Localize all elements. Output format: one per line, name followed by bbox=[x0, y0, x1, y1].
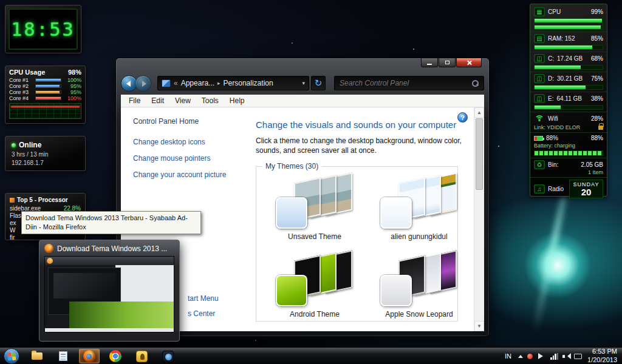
sys-drive-c: ◫ C: 17.24 GB 68% bbox=[530, 52, 607, 72]
language-indicator[interactable]: IN bbox=[502, 351, 514, 361]
volume-icon[interactable] bbox=[562, 353, 570, 360]
clock-gadget[interactable]: 18:53 bbox=[5, 5, 81, 53]
document-icon bbox=[59, 351, 67, 361]
drive-size: 64.11 GB bbox=[556, 95, 582, 102]
process-name: W bbox=[10, 227, 15, 234]
main-pane: ? Change the visuals and sounds on your … bbox=[242, 107, 474, 331]
sys-cpu-value: 99% bbox=[591, 8, 603, 15]
firefox-taskbar-button[interactable] bbox=[79, 349, 100, 363]
drive-icon: ◫ bbox=[534, 74, 545, 83]
drive-bar bbox=[534, 85, 603, 90]
theme-android[interactable]: Android Theme bbox=[265, 254, 364, 318]
start-button[interactable] bbox=[4, 348, 19, 364]
address-bar[interactable]: « Appeara... ▸ Personalization ▾ bbox=[157, 76, 309, 90]
firefox-taskbar-preview[interactable]: Download Tema Windows 2013 ... bbox=[39, 240, 180, 342]
sidebar-change-mouse-pointers[interactable]: Change mouse pointers bbox=[133, 154, 242, 163]
drive-pct: 68% bbox=[591, 55, 603, 62]
search-box[interactable] bbox=[334, 76, 484, 90]
document-app-taskbar-button[interactable] bbox=[53, 349, 73, 363]
process-name: ex bbox=[10, 220, 16, 227]
sys-bin-section: ♻ Bin: 2.05 GB 1 Item bbox=[530, 158, 607, 178]
theme-apple-snow-leopard[interactable]: Apple Snow Leopard bbox=[369, 254, 469, 318]
theme-alien-gunungkidul[interactable]: alien gunungkidul bbox=[369, 177, 469, 241]
restore-button[interactable] bbox=[439, 58, 456, 67]
menu-file[interactable]: File bbox=[123, 95, 146, 106]
search-input[interactable] bbox=[340, 79, 468, 87]
blue-app-taskbar-button[interactable] bbox=[157, 349, 178, 363]
core-row: Core #4 100% bbox=[9, 95, 81, 101]
scroll-down-arrow[interactable]: ▼ bbox=[474, 321, 484, 331]
menu-edit[interactable]: Edit bbox=[146, 95, 169, 106]
cpu-usage-gadget[interactable]: CPU Usage 98% Core #1 100% Core #2 95% C… bbox=[5, 66, 86, 124]
tray-time: 6:53 PM bbox=[587, 348, 617, 356]
drive-pct: 75% bbox=[591, 75, 603, 82]
online-uptime: 3 hrs / 13 min bbox=[12, 151, 79, 158]
scroll-up-arrow[interactable]: ▲ bbox=[474, 107, 484, 118]
search-icon[interactable] bbox=[472, 80, 479, 87]
scrollbar-thumb[interactable] bbox=[476, 118, 483, 190]
preview-title: Download Tema Windows 2013 ... bbox=[57, 244, 167, 253]
yellow-app-taskbar-button[interactable] bbox=[131, 349, 152, 363]
breadcrumb-separator-icon: ▸ bbox=[217, 80, 220, 86]
drive-icon: ◫ bbox=[534, 54, 545, 63]
digital-clock: 18:53 bbox=[9, 8, 78, 50]
core-bar bbox=[35, 96, 61, 100]
core-row: Core #2 95% bbox=[9, 83, 81, 89]
drive-size: 30.21 GB bbox=[557, 75, 583, 82]
minimize-button[interactable] bbox=[421, 58, 438, 67]
my-themes-section: My Themes (30) Unsaved Theme bbox=[256, 166, 458, 322]
core-value: 100% bbox=[63, 77, 81, 83]
clock-date[interactable]: 6:53 PM 1/20/2013 bbox=[587, 348, 617, 364]
address-dropdown-icon[interactable]: ▾ bbox=[302, 80, 305, 86]
theme-unsaved[interactable]: Unsaved Theme bbox=[265, 177, 364, 241]
breadcrumb-appearance[interactable]: Appeara... bbox=[181, 79, 214, 87]
sidebar-taskbar-start-menu-partial[interactable]: tart Menu bbox=[188, 294, 219, 303]
navigation-bar: « Appeara... ▸ Personalization ▾ ↻ bbox=[121, 73, 484, 93]
sidebar-change-desktop-icons[interactable]: Change desktop icons bbox=[133, 138, 242, 146]
menu-help[interactable]: Help bbox=[224, 95, 250, 106]
core-row: Core #1 100% bbox=[9, 77, 81, 83]
cpu-gadget-title: CPU Usage bbox=[9, 69, 45, 76]
show-hidden-icons-arrow[interactable] bbox=[518, 352, 523, 358]
minimize-icon bbox=[427, 64, 432, 65]
breadcrumb-personalization[interactable]: Personalization bbox=[224, 79, 273, 87]
help-icon[interactable]: ? bbox=[457, 112, 468, 123]
sidebar-change-account-picture[interactable]: Change your account picture bbox=[133, 170, 242, 179]
system-monitor-gadget[interactable]: ▦ CPU 99% ▤ RAM: 152 85% ◫ C: 17.24 GB 6… bbox=[530, 4, 607, 197]
close-button[interactable] bbox=[456, 58, 482, 67]
menu-tools[interactable]: Tools bbox=[196, 95, 224, 106]
radio-icon: ♫ bbox=[534, 184, 545, 194]
media-play-icon[interactable] bbox=[538, 353, 546, 359]
core-label: Core #2 bbox=[9, 83, 33, 89]
sys-wifi-section: Wifi 28% Link: YDIDD ELOR bbox=[530, 112, 607, 133]
menu-view[interactable]: View bbox=[169, 95, 196, 106]
cpu-icon: ▦ bbox=[534, 7, 545, 16]
breadcrumb-overflow-chevron[interactable]: « bbox=[174, 79, 178, 87]
my-themes-label: My Themes (30) bbox=[262, 162, 321, 170]
vertical-scrollbar[interactable]: ▲ ▼ bbox=[474, 107, 484, 331]
calendar-box: SUNDAY 20 bbox=[569, 180, 603, 198]
battery-icon bbox=[534, 136, 543, 141]
core-label: Core #1 bbox=[9, 77, 33, 83]
preview-screenshot[interactable] bbox=[44, 256, 174, 332]
tray-app-icon[interactable] bbox=[527, 354, 533, 359]
network-icon[interactable] bbox=[550, 353, 558, 360]
chrome-taskbar-button[interactable] bbox=[105, 349, 126, 363]
explorer-taskbar-button[interactable] bbox=[27, 349, 47, 363]
bin-items: 1 Item bbox=[534, 169, 603, 175]
core-label: Core #4 bbox=[9, 95, 33, 101]
forward-button[interactable] bbox=[135, 75, 151, 92]
theme-label: Android Theme bbox=[265, 310, 364, 318]
core-value: 100% bbox=[63, 95, 81, 101]
refresh-button[interactable]: ↻ bbox=[311, 76, 326, 90]
firefox-mini-icon bbox=[47, 258, 53, 264]
network-status-gadget[interactable]: Online 3 hrs / 13 min 192.168.1.7 bbox=[5, 136, 86, 171]
sidebar-control-panel-home[interactable]: Control Panel Home bbox=[133, 117, 242, 126]
sidebar-ease-of-access-partial[interactable]: s Center bbox=[188, 309, 215, 318]
keyboard-icon[interactable] bbox=[574, 354, 582, 359]
caption-buttons bbox=[420, 58, 482, 67]
sys-cpu-section: ▦ CPU 99% bbox=[530, 5, 607, 32]
battery-status: Battery: charging bbox=[534, 143, 603, 149]
theme-thumbnail bbox=[270, 177, 364, 230]
wifi-value: 28% bbox=[591, 115, 603, 122]
